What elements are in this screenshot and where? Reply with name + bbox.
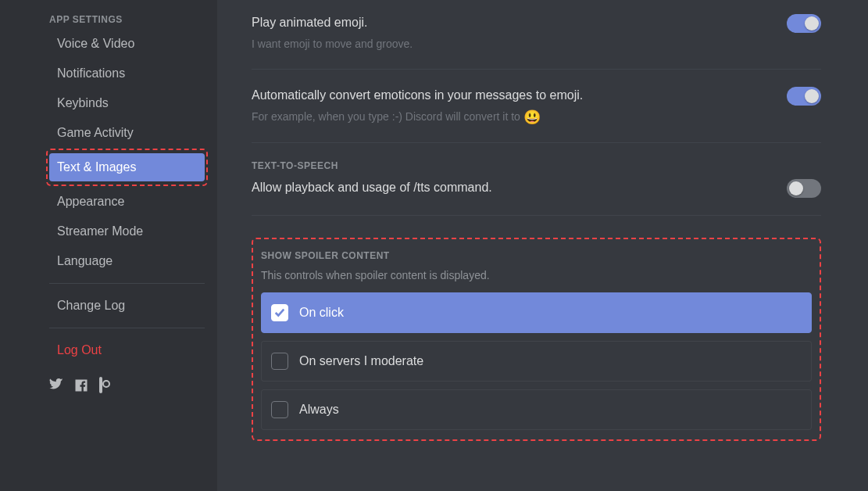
spoiler-option-servers-moderate[interactable]: On servers I moderate [261, 341, 812, 382]
setting-title: Play animated emoji. [252, 14, 413, 31]
sidebar-item-label: Voice & Video [57, 37, 134, 50]
checkbox-icon [271, 353, 288, 370]
sidebar-item-voice-video[interactable]: Voice & Video [49, 30, 205, 58]
setting-title: Allow playback and usage of /tts command… [252, 179, 492, 196]
sidebar-item-game-activity[interactable]: Game Activity [49, 119, 205, 147]
radio-label: Always [299, 403, 339, 417]
twitter-icon[interactable] [49, 378, 63, 396]
toggle-animated-emoji[interactable] [787, 14, 821, 33]
sidebar-divider [49, 328, 205, 328]
sidebar-item-label: Log Out [57, 343, 102, 357]
checkbox-icon [271, 304, 288, 321]
sidebar-item-changelog[interactable]: Change Log [49, 292, 205, 320]
sidebar-item-label: Change Log [57, 299, 125, 312]
radio-label: On servers I moderate [299, 354, 423, 368]
sidebar-divider [49, 283, 205, 284]
sidebar-item-notifications[interactable]: Notifications [49, 59, 205, 88]
spoiler-option-always[interactable]: Always [261, 389, 812, 430]
sidebar-item-label: Game Activity [57, 126, 134, 139]
setting-desc: For example, when you type :-) Discord w… [252, 109, 583, 125]
setting-tts-section: TEXT-TO-SPEECH Allow playback and usage … [252, 160, 821, 198]
facebook-icon[interactable] [74, 378, 88, 396]
setting-desc-text: For example, when you type :-) Discord w… [252, 110, 523, 123]
sidebar-item-text-images[interactable]: Text & Images [49, 153, 205, 181]
section-heading-tts: TEXT-TO-SPEECH [252, 160, 821, 171]
toggle-knob [805, 89, 819, 103]
setting-convert-emoticons: Automatically convert emoticons in your … [252, 87, 821, 125]
toggle-knob [789, 181, 803, 195]
toggle-convert-emoticons[interactable] [787, 87, 821, 106]
sidebar-item-highlight: Text & Images [46, 149, 208, 186]
setting-divider [252, 69, 821, 70]
sidebar-item-language[interactable]: Language [49, 247, 205, 275]
sidebar-item-keybinds[interactable]: Keybinds [49, 89, 205, 117]
sidebar-item-appearance[interactable]: Appearance [49, 188, 205, 216]
sidebar-item-streamer-mode[interactable]: Streamer Mode [49, 217, 205, 246]
checkbox-icon [271, 401, 288, 418]
toggle-tts[interactable] [787, 179, 821, 198]
sidebar-item-logout[interactable]: Log Out [49, 336, 205, 364]
spoiler-desc: This controls when spoiler content is di… [261, 269, 812, 281]
setting-title: Automatically convert emoticons in your … [252, 87, 583, 104]
settings-sidebar: APP SETTINGS Voice & Video Notifications… [0, 0, 217, 491]
sidebar-item-label: Keybinds [57, 96, 109, 109]
sidebar-item-label: Streamer Mode [57, 224, 143, 238]
social-icons-row [49, 366, 205, 396]
setting-divider [252, 215, 821, 216]
setting-desc: I want emoji to move and groove. [252, 36, 413, 52]
smile-emoji-icon: 😃 [523, 109, 541, 125]
setting-divider [252, 142, 821, 143]
sidebar-item-label: Appearance [57, 195, 124, 208]
toggle-knob [805, 16, 819, 30]
instagram-icon[interactable] [99, 378, 102, 396]
radio-label: On click [299, 306, 344, 320]
spoiler-option-on-click[interactable]: On click [261, 292, 812, 333]
section-heading-spoiler: SHOW SPOILER CONTENT [261, 250, 812, 261]
settings-main: Play animated emoji. I want emoji to mov… [217, 0, 868, 491]
sidebar-item-label: Notifications [57, 66, 125, 80]
sidebar-item-label: Language [57, 254, 113, 267]
setting-animated-emoji: Play animated emoji. I want emoji to mov… [252, 14, 821, 52]
sidebar-item-label: Text & Images [57, 160, 136, 174]
sidebar-heading-app-settings: APP SETTINGS [49, 9, 205, 28]
spoiler-content-section: SHOW SPOILER CONTENT This controls when … [252, 238, 821, 441]
